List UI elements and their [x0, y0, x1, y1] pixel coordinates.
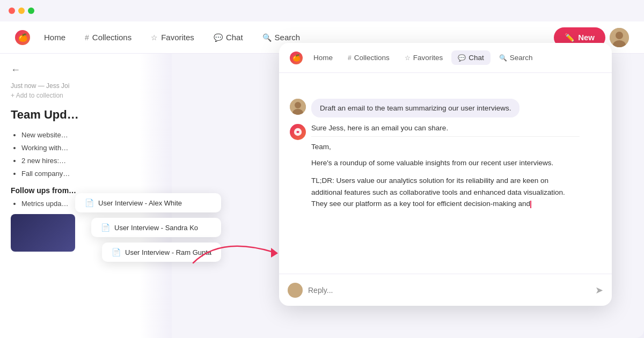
chat-nav-chat[interactable]: 💬 Chat [451, 50, 491, 65]
nav-chat[interactable]: 💬 Chat [206, 28, 251, 46]
search-icon: 🔍 [262, 33, 272, 42]
nav-collections[interactable]: # Collections [77, 28, 139, 46]
favorites-label: Favorites [161, 33, 194, 42]
chat-label: Chat [226, 33, 243, 42]
email-salutation: Team, [311, 141, 580, 153]
favorites-label: Favorites [413, 54, 443, 62]
nav-favorites[interactable]: ☆ Favorites [143, 28, 202, 46]
ai-logo [290, 124, 306, 140]
chat-nav-home[interactable]: Home [307, 50, 339, 65]
doc-list: New website… Working with… 2 new hires:…… [11, 129, 161, 180]
title-bar [0, 0, 644, 21]
minimize-button[interactable] [18, 8, 25, 14]
home-label: Home [44, 33, 65, 42]
svg-point-1 [616, 32, 623, 39]
document-icon: 📄 [101, 223, 110, 232]
document-icon: 📄 [112, 248, 121, 256]
chat-messages: Draft an email to the team summarizing o… [279, 73, 612, 274]
doc-card-alex[interactable]: 📄 User Interview - Alex White [75, 193, 221, 212]
user-message-avatar [290, 99, 306, 115]
collections-label: Collections [354, 54, 390, 62]
reply-input[interactable] [308, 286, 590, 295]
user-message-text: Draft an email to the team summarizing o… [320, 104, 511, 112]
list-item: Fall company… [21, 168, 161, 180]
chat-nav-search[interactable]: 🔍 Search [493, 50, 539, 65]
close-button[interactable] [9, 8, 15, 14]
arrow-decoration [188, 231, 295, 274]
message-divider [311, 136, 580, 137]
chat-input-area: ➤ [279, 274, 612, 306]
doc-title: Team Upd… [11, 108, 161, 122]
edit-icon: ✏️ [565, 33, 575, 42]
chat-panel: 🍊 Home # Collections ☆ Favorites 💬 Chat [279, 43, 612, 306]
search-label: Search [275, 33, 301, 42]
chat-icon: 💬 [214, 33, 223, 42]
home-label: Home [313, 54, 333, 62]
app-logo: 🍊 [15, 30, 30, 45]
user-message-bubble: Draft an email to the team summarizing o… [311, 99, 519, 117]
svg-marker-3 [271, 248, 278, 258]
list-item: New website… [21, 129, 161, 141]
list-item: 2 new hires:… [21, 155, 161, 167]
chat-nav-favorites[interactable]: ☆ Favorites [398, 50, 450, 65]
star-icon: ☆ [405, 54, 411, 62]
search-icon: 🔍 [499, 54, 507, 62]
chat-nav: 🍊 Home # Collections ☆ Favorites 💬 Chat [279, 43, 612, 73]
chat-bubble-icon: 💬 [458, 54, 466, 62]
email-body: Team, Here's a roundup of some valuable … [311, 141, 580, 210]
user-message-row: Draft an email to the team summarizing o… [290, 99, 601, 117]
chat-logo: 🍊 [290, 52, 303, 64]
ai-greeting: Sure Jess, here is an email you can shar… [311, 124, 580, 132]
svg-point-5 [295, 102, 301, 108]
search-label: Search [510, 54, 533, 62]
nav-home[interactable]: Home [36, 28, 73, 46]
email-intro: Here's a roundup of some valuable insigh… [311, 157, 580, 169]
email-tldr: TL;DR: Users value our analytics solutio… [311, 175, 580, 210]
chat-label: Chat [469, 54, 484, 62]
star-icon: ☆ [151, 33, 158, 42]
chat-nav-collections[interactable]: # Collections [341, 50, 396, 65]
maximize-button[interactable] [28, 8, 34, 14]
ai-message-text: Sure Jess, here is an email you can shar… [311, 124, 580, 210]
hash-icon: # [348, 54, 352, 62]
doc-image [11, 214, 75, 252]
ai-message-row: Sure Jess, here is an email you can shar… [290, 124, 601, 210]
document-icon: 📄 [85, 199, 94, 207]
user-avatar[interactable] [610, 28, 629, 47]
main-content: ← Just now — Jess Joi + Add to collectio… [0, 54, 644, 338]
collections-label: Collections [92, 33, 131, 42]
add-collection[interactable]: + Add to collection [11, 92, 161, 99]
doc-card-label: User Interview - Alex White [98, 199, 182, 207]
hash-icon: # [85, 33, 89, 42]
list-item: Working with… [21, 142, 161, 154]
text-cursor [530, 201, 531, 208]
browser-window: 🍊 Home # Collections ☆ Favorites 💬 Chat … [0, 0, 644, 338]
back-arrow[interactable]: ← [11, 64, 161, 76]
send-icon[interactable]: ➤ [595, 284, 603, 296]
doc-card-label: User Interview - Sandra Ko [114, 224, 198, 232]
fade-overlay [290, 82, 601, 94]
doc-meta: Just now — Jess Joi [11, 82, 161, 90]
input-avatar [288, 283, 303, 298]
